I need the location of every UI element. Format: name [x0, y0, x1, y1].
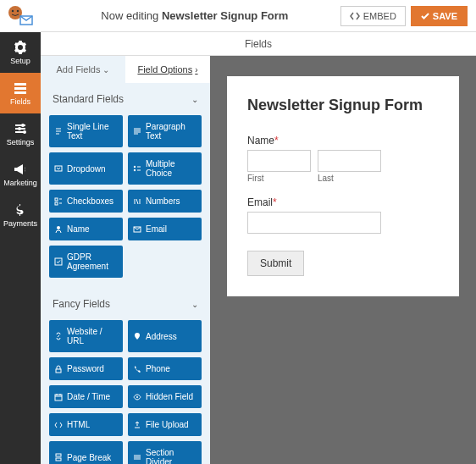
svg-rect-22: [56, 458, 61, 461]
svg-point-20: [136, 396, 138, 398]
field-datetime[interactable]: Date / Time: [49, 385, 123, 408]
tab-add-label: Add Fields: [57, 64, 101, 75]
svg-rect-19: [55, 395, 62, 400]
field-numbers[interactable]: Numbers: [128, 190, 202, 213]
chevron-down-icon: ⌄: [191, 95, 198, 104]
svg-rect-18: [56, 369, 61, 373]
field-phone[interactable]: Phone: [128, 357, 202, 380]
svg-point-15: [57, 226, 60, 229]
title-name: Newsletter Signup Form: [162, 9, 289, 22]
nav-fields-label: Fields: [10, 97, 30, 106]
svg-point-11: [134, 166, 136, 168]
svg-rect-14: [55, 202, 58, 205]
last-sublabel: Last: [318, 174, 381, 183]
field-checkboxes[interactable]: Checkboxes: [49, 190, 123, 213]
field-hidden[interactable]: Hidden Field: [128, 385, 202, 408]
nav-marketing-label: Marketing: [3, 179, 37, 187]
page-title: Now editing Newsletter Signup Form: [49, 9, 340, 22]
svg-point-8: [18, 127, 21, 130]
first-sublabel: First: [247, 174, 311, 183]
form-card: Newsletter Signup Form Name* First Last: [227, 76, 459, 296]
logo[interactable]: [0, 0, 41, 32]
field-multiple-choice[interactable]: Multiple Choice: [128, 152, 202, 185]
topbar: Now editing Newsletter Signup Form EMBED…: [41, 0, 476, 32]
form-title: Newsletter Signup Form: [247, 97, 439, 114]
svg-point-9: [23, 130, 26, 134]
field-html[interactable]: HTML: [49, 413, 123, 436]
nav-setup[interactable]: Setup: [0, 32, 41, 73]
check-icon: [421, 12, 429, 20]
field-password[interactable]: Password: [49, 357, 123, 380]
email-label: Email*: [247, 196, 439, 208]
svg-rect-21: [56, 454, 61, 456]
save-button[interactable]: SAVE: [411, 6, 468, 26]
field-website[interactable]: Website / URL: [49, 320, 123, 352]
last-name-input[interactable]: [318, 150, 381, 172]
svg-rect-10: [55, 166, 62, 171]
required-mark: *: [273, 196, 277, 208]
name-label: Name*: [247, 135, 439, 146]
svg-rect-4: [14, 83, 26, 86]
field-gdpr[interactable]: GDPR Agreement: [49, 246, 123, 278]
nav-fields[interactable]: Fields: [0, 73, 41, 113]
nav-payments[interactable]: Payments: [0, 195, 41, 235]
field-single-line-text[interactable]: Single Line Text: [49, 115, 123, 147]
section-fancy-fields[interactable]: Fancy Fields ⌄: [41, 288, 210, 320]
tab-field-options[interactable]: Field Options ›: [125, 56, 210, 83]
svg-rect-13: [55, 198, 58, 201]
svg-rect-6: [14, 91, 26, 94]
svg-point-7: [21, 124, 25, 127]
field-email[interactable]: Email: [128, 218, 202, 240]
section-standard-fields[interactable]: Standard Fields ⌄: [41, 83, 210, 115]
field-name[interactable]: Name: [49, 218, 123, 240]
section-standard-label: Standard Fields: [53, 93, 124, 105]
submit-button[interactable]: Submit: [247, 251, 304, 276]
subheader: Fields: [41, 32, 476, 56]
section-fancy-label: Fancy Fields: [53, 298, 110, 310]
save-label: SAVE: [433, 11, 457, 21]
required-mark: *: [274, 135, 279, 146]
field-address[interactable]: Address: [128, 320, 202, 352]
embed-label: EMBED: [363, 11, 396, 21]
embed-button[interactable]: EMBED: [340, 6, 406, 26]
nav-marketing[interactable]: Marketing: [0, 154, 41, 195]
nav-payments-label: Payments: [3, 219, 37, 228]
code-icon: [350, 12, 360, 20]
svg-rect-17: [55, 258, 62, 265]
email-input[interactable]: [247, 212, 381, 234]
sidebar: Setup Fields Settings Marketing Payments: [0, 0, 41, 464]
field-divider[interactable]: Section Divider: [128, 441, 202, 464]
svg-point-1: [12, 10, 14, 12]
field-dropdown[interactable]: Dropdown: [49, 152, 123, 185]
field-paragraph-text[interactable]: Paragraph Text: [128, 115, 202, 147]
form-preview: Newsletter Signup Form Name* First Last: [210, 56, 476, 464]
field-pagebreak[interactable]: Page Break: [49, 441, 123, 464]
nav-settings[interactable]: Settings: [0, 113, 41, 154]
first-name-input[interactable]: [247, 150, 311, 172]
tab-options-label: Field Options: [137, 64, 192, 75]
chevron-down-icon: ⌄: [191, 300, 198, 309]
title-prefix: Now editing: [101, 9, 162, 22]
svg-rect-5: [14, 87, 26, 90]
chevron-right-icon: ›: [195, 65, 197, 75]
tab-add-fields[interactable]: Add Fields ⌄: [41, 56, 125, 83]
nav-settings-label: Settings: [7, 138, 35, 146]
fields-panel: Add Fields ⌄ Field Options › Standard Fi…: [41, 56, 210, 464]
nav-setup-label: Setup: [10, 57, 30, 65]
svg-point-2: [17, 10, 19, 12]
chevron-down-icon: ⌄: [102, 65, 109, 75]
field-upload[interactable]: File Upload: [128, 413, 202, 436]
svg-point-12: [134, 169, 136, 171]
